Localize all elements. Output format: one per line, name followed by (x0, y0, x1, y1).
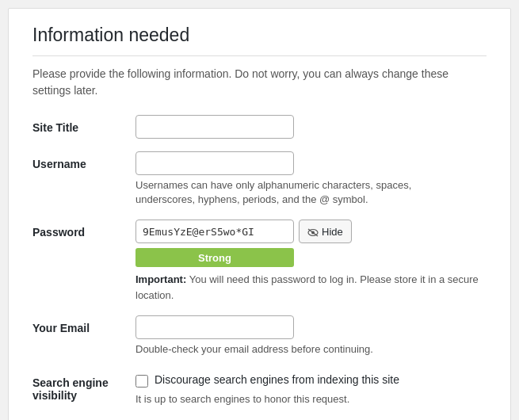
search-visibility-row: Search engine visibility Discourage sear… (32, 370, 487, 407)
username-content: Usernames can have only alphanumeric cha… (135, 151, 487, 207)
password-label: Password (32, 220, 135, 239)
page-title: Information needed (32, 25, 487, 56)
password-content: Hide Strong Important: You will need thi… (135, 220, 487, 303)
search-visibility-hint: It is up to search engines to honor this… (135, 392, 468, 407)
site-title-row: Site Title (32, 115, 487, 139)
main-container: Information needed Please provide the fo… (8, 8, 511, 420)
search-visibility-checkbox-label[interactable]: Discourage search engines from indexing … (155, 373, 399, 386)
site-title-input[interactable] (135, 115, 294, 139)
site-title-content (135, 115, 487, 139)
email-row: Your Email Double-check your email addre… (32, 315, 487, 357)
email-content: Double-check your email address before c… (135, 315, 487, 357)
password-row: Password Hide Strong (32, 220, 487, 303)
eye-slash-icon (307, 227, 319, 236)
email-label: Your Email (32, 315, 135, 334)
search-visibility-content: Discourage search engines from indexing … (135, 370, 487, 407)
email-input[interactable] (135, 315, 294, 339)
password-input-row: Hide (135, 220, 487, 243)
hide-label: Hide (322, 226, 343, 238)
hide-password-button[interactable]: Hide (299, 220, 352, 243)
site-title-label: Site Title (32, 115, 135, 134)
search-visibility-label: Search engine visibility (32, 370, 135, 402)
password-strength-bar: Strong (135, 248, 294, 267)
search-visibility-checkbox-row: Discourage search engines from indexing … (135, 373, 487, 388)
password-input[interactable] (135, 220, 294, 243)
username-input[interactable] (135, 151, 294, 175)
intro-text: Please provide the following information… (32, 66, 487, 99)
username-label: Username (32, 151, 135, 170)
username-hint: Usernames can have only alphanumeric cha… (135, 178, 468, 207)
password-strength-label: Strong (198, 252, 231, 264)
important-prefix: Important: (135, 273, 186, 285)
username-row: Username Usernames can have only alphanu… (32, 151, 487, 207)
search-visibility-checkbox[interactable] (135, 375, 148, 388)
important-text-body: You will need this password to log in. P… (135, 273, 479, 301)
email-hint: Double-check your email address before c… (135, 342, 468, 357)
password-important-note: Important: You will need this password t… (135, 272, 487, 303)
